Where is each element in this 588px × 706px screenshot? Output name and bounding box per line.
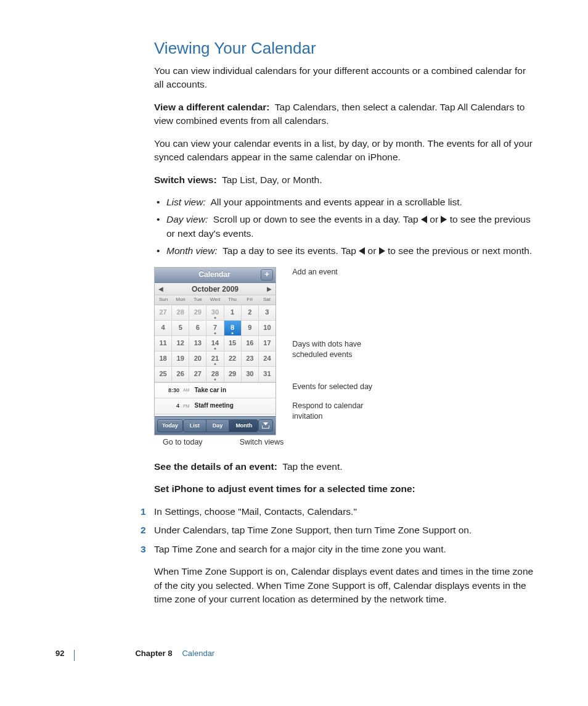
callout-add-event: Add an event xyxy=(292,267,391,277)
seg-list[interactable]: List xyxy=(184,420,206,432)
calendar-day-cell[interactable]: 28 xyxy=(206,367,224,382)
intro-paragraph: You can view individual calendars for yo… xyxy=(154,64,536,92)
switch-views-paragraph: Switch views: Tap List, Day, or Month. xyxy=(154,173,536,187)
calendar-day-cell[interactable]: 3 xyxy=(259,305,276,321)
list-item: Month view: Tap a day to see its events.… xyxy=(154,244,536,258)
callout-dots: Days with dots have scheduled events xyxy=(292,339,391,360)
calendar-day-cell[interactable]: 29 xyxy=(189,305,206,321)
calendar-day-cell[interactable]: 25 xyxy=(155,367,172,382)
dow-cell: Sun xyxy=(155,295,172,305)
day-events-list: 8:30AMTake car in4PMStaff meeting xyxy=(155,382,276,416)
section-heading: Viewing Your Calendar xyxy=(154,37,536,60)
event-row[interactable]: 8:30AMTake car in xyxy=(155,383,276,399)
calendar-day-cell[interactable]: 14 xyxy=(206,336,224,351)
triangle-right-icon xyxy=(441,216,447,223)
triangle-left-icon xyxy=(359,247,365,255)
calendar-day-cell[interactable]: 19 xyxy=(172,351,189,367)
calendar-day-cell[interactable]: 7 xyxy=(206,321,224,336)
view-segmented-control[interactable]: List Day Month xyxy=(183,419,258,432)
views-intro-paragraph: You can view your calendar events in a l… xyxy=(154,137,536,165)
calendar-day-cell[interactable]: 15 xyxy=(224,336,242,351)
month-nav-bar: ◀ October 2009 ▶ xyxy=(155,283,276,295)
dow-cell: Wed xyxy=(206,295,224,305)
calendar-day-cell[interactable]: 26 xyxy=(172,367,189,382)
calendar-day-cell[interactable]: 4 xyxy=(155,321,172,336)
list-item: 2Under Calendars, tap Time Zone Support,… xyxy=(154,523,536,537)
day-of-week-header: SunMonTueWedThuFriSat xyxy=(155,295,276,305)
page-number: 92 xyxy=(55,648,64,660)
calendar-day-cell[interactable]: 27 xyxy=(155,305,172,321)
calendar-day-cell[interactable]: 6 xyxy=(189,321,206,336)
list-view-body: All your appointments and events appear … xyxy=(211,197,462,207)
see-details-label: See the details of an event: xyxy=(154,461,277,472)
month-grid: 2728293012345678910111213141516171819202… xyxy=(155,305,276,382)
timezone-paragraph: When Time Zone Support is on, Calendar d… xyxy=(154,565,536,606)
prev-month-button[interactable]: ◀ xyxy=(158,285,163,294)
inbox-button[interactable] xyxy=(258,419,273,432)
dow-cell: Thu xyxy=(224,295,241,305)
phone-screenshot: Calendar + ◀ October 2009 ▶ SunMonTueWed… xyxy=(154,267,276,435)
triangle-right-icon xyxy=(379,247,385,255)
calendar-day-cell[interactable]: 30 xyxy=(242,367,259,382)
calendar-day-cell[interactable]: 29 xyxy=(224,367,242,382)
dow-cell: Fri xyxy=(241,295,258,305)
switch-views-label: Switch views: xyxy=(154,174,217,185)
steps-list: 1In Settings, choose "Mail, Contacts, Ca… xyxy=(154,505,536,556)
add-event-button[interactable]: + xyxy=(261,269,273,281)
dow-cell: Sat xyxy=(258,295,276,305)
dow-cell: Tue xyxy=(189,295,206,305)
calendar-day-cell[interactable]: 20 xyxy=(189,351,206,367)
chapter-label: Chapter 8 xyxy=(135,648,172,660)
list-item: 1In Settings, choose "Mail, Contacts, Ca… xyxy=(154,505,536,519)
callout-events: Events for selected day xyxy=(292,382,391,392)
calendar-day-cell[interactable]: 16 xyxy=(242,336,259,351)
figure-callouts: Add an event Days with dots have schedul… xyxy=(292,267,391,424)
calendar-day-cell[interactable]: 1 xyxy=(224,305,242,321)
list-item: List view: All your appointments and eve… xyxy=(154,195,536,209)
calendar-day-cell[interactable]: 27 xyxy=(189,367,206,382)
view-different-paragraph: View a different calendar: Tap Calendars… xyxy=(154,101,536,128)
phone-title: Calendar xyxy=(168,269,261,280)
calendar-day-cell[interactable]: 5 xyxy=(172,321,189,336)
calendar-day-cell[interactable]: 2 xyxy=(242,305,259,321)
calendar-day-cell[interactable]: 13 xyxy=(189,336,206,351)
phone-toolbar: Today List Day Month xyxy=(155,416,276,435)
today-button[interactable]: Today xyxy=(157,419,183,432)
callout-switch-views: Switch views xyxy=(240,437,284,448)
list-item: 3Tap Time Zone and search for a major ci… xyxy=(154,543,536,556)
calendar-day-cell[interactable]: 22 xyxy=(224,351,242,367)
callout-go-to-today: Go to today xyxy=(163,437,203,448)
view-different-label: View a different calendar: xyxy=(154,102,270,112)
triangle-left-icon xyxy=(421,216,427,223)
list-view-label: List view: xyxy=(166,197,206,207)
page-footer: 92 Chapter 8 Calendar xyxy=(55,648,214,660)
calendar-day-cell[interactable]: 23 xyxy=(242,351,259,367)
calendar-figure: Calendar + ◀ October 2009 ▶ SunMonTueWed… xyxy=(154,267,536,448)
calendar-day-cell[interactable]: 28 xyxy=(172,305,189,321)
calendar-day-cell[interactable]: 17 xyxy=(259,336,276,351)
seg-month[interactable]: Month xyxy=(229,420,258,432)
seg-day[interactable]: Day xyxy=(206,420,230,432)
see-details-paragraph: See the details of an event: Tap the eve… xyxy=(154,460,536,474)
list-item: Day view: Scroll up or down to see the e… xyxy=(154,213,536,240)
footer-divider xyxy=(74,650,75,661)
calendar-day-cell[interactable]: 18 xyxy=(155,351,172,367)
month-view-label: Month view: xyxy=(166,245,218,256)
see-details-body: Tap the event. xyxy=(282,461,342,472)
calendar-day-cell[interactable]: 11 xyxy=(155,336,172,351)
calendar-day-cell[interactable]: 9 xyxy=(242,321,259,336)
calendar-day-cell[interactable]: 8 xyxy=(224,321,242,336)
dow-cell: Mon xyxy=(172,295,189,305)
calendar-day-cell[interactable]: 30 xyxy=(206,305,224,321)
chapter-name: Calendar xyxy=(182,648,214,660)
next-month-button[interactable]: ▶ xyxy=(267,285,272,294)
steps-heading: Set iPhone to adjust event times for a s… xyxy=(154,482,536,496)
calendar-day-cell[interactable]: 31 xyxy=(259,367,276,382)
calendar-day-cell[interactable]: 12 xyxy=(172,336,189,351)
event-row[interactable]: 4PMStaff meeting xyxy=(155,398,276,414)
calendar-day-cell[interactable]: 10 xyxy=(259,321,276,336)
callout-respond: Respond to calendar invitation xyxy=(292,401,391,422)
calendar-day-cell[interactable]: 24 xyxy=(259,351,276,367)
calendar-day-cell[interactable]: 21 xyxy=(206,351,224,367)
switch-views-body: Tap List, Day, or Month. xyxy=(222,174,322,185)
